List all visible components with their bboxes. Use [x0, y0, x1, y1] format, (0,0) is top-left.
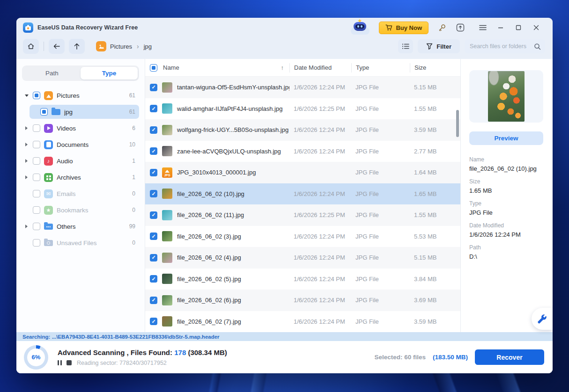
checkbox[interactable] — [40, 108, 48, 116]
buy-now-button[interactable]: Buy Now — [379, 22, 429, 34]
sidebar-item-count: 10 — [129, 141, 135, 148]
row-checkbox[interactable]: ✓ — [150, 318, 157, 325]
checkbox[interactable] — [33, 223, 40, 230]
close-button[interactable] — [527, 21, 545, 35]
repair-tool-button[interactable] — [532, 308, 553, 330]
tab-type[interactable]: Type — [81, 67, 138, 80]
table-row[interactable]: ✓file_2026_06_02 (6).jpg1/6/2026 12:24 P… — [145, 290, 460, 311]
table-row[interactable]: ✓wolfgang-frick-UGY...5B0So-unsplash.jpg… — [145, 119, 460, 141]
table-row[interactable]: ✓file_2026_06_02 (5).jpg1/6/2026 12:24 P… — [145, 269, 460, 290]
checkbox[interactable] — [33, 141, 40, 148]
cell-type: JPG File — [351, 318, 410, 325]
table-row[interactable]: ✓tantan-wiguna-Of5-EsdHsmY-unsplash.jpg1… — [145, 77, 460, 98]
row-checkbox[interactable]: ✓ — [150, 232, 157, 240]
table-row[interactable]: ✓file_2026_06_02 (3).jpg1/6/2026 12:24 P… — [145, 226, 460, 247]
row-checkbox[interactable]: ✓ — [150, 147, 157, 155]
table-row[interactable]: ✓file_2026_06_02 (10).jpg1/6/2026 12:24 … — [145, 183, 460, 205]
up-button[interactable] — [69, 39, 85, 54]
share-upload-icon[interactable] — [456, 23, 465, 32]
sidebar-item-archives[interactable]: Archives1 — [22, 170, 139, 184]
up-arrow-icon — [74, 43, 80, 50]
expand-arrow-icon[interactable] — [24, 143, 29, 146]
row-checkbox[interactable]: ✓ — [150, 126, 157, 134]
maximize-button[interactable] — [510, 21, 527, 35]
sidebar-item-bookmarks[interactable]: ★Bookmarks0 — [22, 203, 139, 217]
row-checkbox[interactable]: ✓ — [150, 84, 157, 91]
checkbox[interactable] — [33, 92, 40, 99]
row-checkbox[interactable]: ✓ — [150, 105, 157, 112]
sidebar-item-jpg[interactable]: jpg61 — [30, 105, 139, 119]
file-name: file_2026_06_02 (3).jpg — [177, 233, 241, 240]
sidebar-item-count: 0 — [132, 190, 135, 197]
assistant-mascot-icon[interactable]: ★ — [350, 21, 370, 35]
search-input[interactable] — [470, 43, 534, 50]
stop-scan-button[interactable] — [67, 360, 72, 365]
cell-name: ✓JPGJPG_3010x4013_000001.jpg — [145, 167, 289, 178]
menu-icon[interactable] — [474, 21, 492, 35]
table-row[interactable]: ✓file_2026_06_02 (7).jpg1/6/2026 12:24 P… — [145, 311, 460, 333]
checkbox[interactable] — [33, 190, 40, 197]
row-checkbox[interactable]: ✓ — [150, 275, 157, 283]
expand-arrow-icon[interactable] — [24, 225, 29, 228]
table-row[interactable]: ✓file_2026_06_02 (4).jpg1/6/2026 12:24 P… — [145, 247, 460, 269]
sidebar-item-unsaved-files[interactable]: Unsaved Files0 — [22, 236, 139, 250]
column-header-date-modified[interactable]: Date Modified — [289, 63, 351, 73]
expand-arrow-icon[interactable] — [24, 94, 29, 97]
row-checkbox[interactable]: ✓ — [150, 297, 157, 304]
select-all-checkbox[interactable] — [150, 64, 157, 72]
table-row[interactable]: ✓walid-amghar-IIJfaPtF4J4-unsplash.jpg1/… — [145, 98, 460, 120]
table-row[interactable]: ✓file_2026_06_02 (11).jpg1/6/2026 12:25 … — [145, 204, 460, 226]
license-key-icon[interactable] — [437, 23, 447, 32]
column-header-name[interactable]: Name — [163, 64, 179, 71]
breadcrumb-current[interactable]: jpg — [144, 43, 152, 50]
cell-name: ✓zane-lee-aCVQBQjxULQ-unsplash.jpg — [145, 146, 289, 156]
table-row[interactable]: ✓zane-lee-aCVQBQjxULQ-unsplash.jpg1/6/20… — [145, 141, 460, 162]
unsaved-icon — [44, 240, 53, 246]
list-view-button[interactable] — [398, 39, 413, 53]
checkbox[interactable] — [33, 206, 40, 214]
sidebar-item-count: 61 — [129, 109, 135, 115]
checkbox[interactable] — [33, 157, 40, 165]
recover-button[interactable]: Recover — [475, 349, 544, 365]
cell-name: ✓file_2026_06_02 (3).jpg — [145, 231, 289, 241]
row-checkbox[interactable]: ✓ — [150, 190, 157, 197]
wrench-icon — [537, 314, 547, 324]
minimize-button[interactable] — [492, 21, 510, 35]
checkbox[interactable] — [33, 239, 40, 247]
expand-arrow-icon[interactable] — [24, 175, 29, 179]
row-checkbox[interactable]: ✓ — [150, 211, 157, 219]
home-button[interactable] — [23, 39, 39, 54]
column-header-type[interactable]: Type — [351, 63, 410, 73]
sidebar-item-audio[interactable]: ♪Audio1 — [22, 154, 139, 168]
app-logo-icon — [23, 22, 33, 33]
sort-ascending-icon[interactable]: ↑ — [281, 64, 284, 71]
search-box[interactable] — [465, 39, 545, 53]
row-checkbox[interactable]: ✓ — [150, 254, 157, 261]
emails-icon: ✉ — [44, 189, 53, 198]
tab-path[interactable]: Path — [23, 67, 81, 80]
expand-arrow-icon[interactable] — [24, 126, 29, 130]
pause-scan-button[interactable] — [58, 360, 62, 365]
file-name: file_2026_06_02 (11).jpg — [177, 211, 244, 218]
back-button[interactable] — [49, 39, 65, 54]
preview-button[interactable]: Preview — [469, 131, 543, 145]
sidebar-item-others[interactable]: •••Others99 — [22, 219, 139, 233]
sidebar-item-emails[interactable]: ✉Emails0 — [22, 187, 139, 201]
scrollbar-thumb[interactable] — [456, 110, 459, 137]
row-checkbox[interactable]: ✓ — [150, 169, 157, 176]
checkbox[interactable] — [33, 124, 40, 132]
detail-field: Date Modified1/6/2026 12:24 PM — [469, 222, 543, 238]
expand-arrow-icon[interactable] — [24, 159, 29, 163]
column-header-size[interactable]: Size — [410, 63, 460, 73]
filter-button[interactable]: Filter — [418, 39, 460, 53]
file-thumbnail — [162, 316, 172, 327]
file-thumbnail — [162, 82, 172, 93]
cell-type: JPG File — [351, 148, 410, 155]
sidebar-item-documents[interactable]: Documents10 — [22, 138, 139, 152]
sidebar-item-pictures[interactable]: Pictures61 — [22, 88, 139, 102]
checkbox[interactable] — [33, 174, 40, 181]
table-row[interactable]: ✓JPGJPG_3010x4013_000001.jpgJPG File1.64… — [145, 162, 460, 183]
breadcrumb-root[interactable]: Pictures — [110, 43, 132, 50]
cell-size: 3.59 MB — [410, 318, 460, 325]
sidebar-item-videos[interactable]: Videos6 — [22, 121, 139, 135]
